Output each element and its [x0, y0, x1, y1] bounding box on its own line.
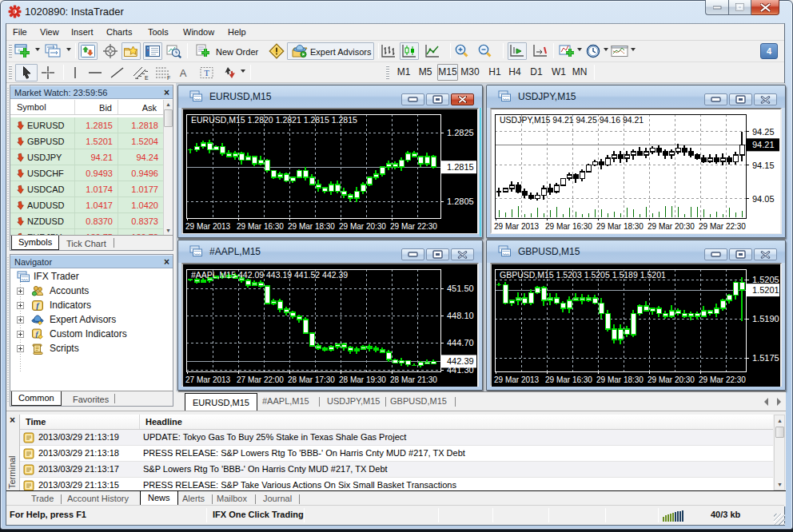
svg-text:1.5175: 1.5175	[752, 353, 779, 363]
svg-text:29 Mar 2013: 29 Mar 2013	[185, 222, 231, 231]
svg-text:1.5190: 1.5190	[752, 314, 779, 324]
svg-text:29 Mar 16:30: 29 Mar 16:30	[545, 375, 592, 384]
svg-text:448.10: 448.10	[447, 311, 474, 320]
svg-text:29 Mar 18:30: 29 Mar 18:30	[596, 375, 644, 384]
svg-text:EURUSD,M15 1.2820 1.2821 1.28: EURUSD,M15 1.2820 1.2821 1.2815 1.2815	[191, 115, 357, 125]
svg-text:4: 4	[767, 46, 772, 56]
svg-text:#AAPL,M15 442.09 443.19 441.5: #AAPL,M15 442.09 443.19 441.52 442.39	[191, 270, 348, 280]
svg-text:29 Mar 16:30: 29 Mar 16:30	[237, 222, 284, 231]
svg-text:442.39: 442.39	[447, 356, 474, 366]
svg-text:29 Mar 22:30: 29 Mar 22:30	[699, 375, 746, 384]
svg-text:28 Mar 21:30: 28 Mar 21:30	[390, 375, 437, 384]
svg-text:USDJPY,M15 94.21 94.25 94.16: USDJPY,M15 94.21 94.25 94.16 94.21	[500, 115, 644, 125]
svg-text:94.15: 94.15	[752, 161, 775, 170]
svg-text:29 Mar 2013: 29 Mar 2013	[494, 375, 540, 384]
svg-text:1.2815: 1.2815	[447, 162, 474, 172]
svg-text:29 Mar 2013: 29 Mar 2013	[494, 222, 540, 231]
svg-text:27 Mar 22:00: 27 Mar 22:00	[237, 375, 284, 384]
svg-text:29 Mar 22:30: 29 Mar 22:30	[390, 222, 437, 231]
svg-text:29 Mar 20:30: 29 Mar 20:30	[339, 222, 386, 231]
svg-text:1.5201: 1.5201	[752, 285, 779, 295]
svg-text:29 Mar 20:30: 29 Mar 20:30	[648, 222, 695, 231]
svg-text:29 Mar 20:30: 29 Mar 20:30	[648, 375, 695, 384]
svg-text:GBPUSD,M15 1.5203 1.5205 1.51: GBPUSD,M15 1.5203 1.5205 1.5189 1.5201	[500, 270, 666, 280]
svg-text:444.70: 444.70	[447, 338, 474, 347]
svg-text:1.2825: 1.2825	[447, 128, 474, 137]
svg-text:T: T	[204, 68, 209, 77]
svg-text:94.05: 94.05	[752, 194, 775, 204]
svg-text:F: F	[167, 75, 170, 81]
svg-text:451.50: 451.50	[447, 284, 474, 293]
svg-text:1.5205: 1.5205	[752, 275, 779, 284]
svg-text:A: A	[180, 67, 187, 79]
svg-text:E: E	[145, 75, 149, 81]
svg-text:29 Mar 18:30: 29 Mar 18:30	[596, 222, 644, 231]
svg-text:94.25: 94.25	[752, 127, 775, 137]
svg-text:1.2805: 1.2805	[447, 197, 474, 206]
svg-text:29 Mar 18:30: 29 Mar 18:30	[288, 222, 335, 231]
svg-text:29 Mar 22:30: 29 Mar 22:30	[699, 222, 746, 231]
svg-text:28 Mar 17:30: 28 Mar 17:30	[288, 375, 335, 384]
svg-text:27 Mar 2013: 27 Mar 2013	[185, 375, 231, 384]
svg-text:94.21: 94.21	[752, 140, 775, 149]
svg-text:29 Mar 16:30: 29 Mar 16:30	[545, 222, 592, 231]
svg-text:28 Mar 19:30: 28 Mar 19:30	[339, 375, 386, 384]
